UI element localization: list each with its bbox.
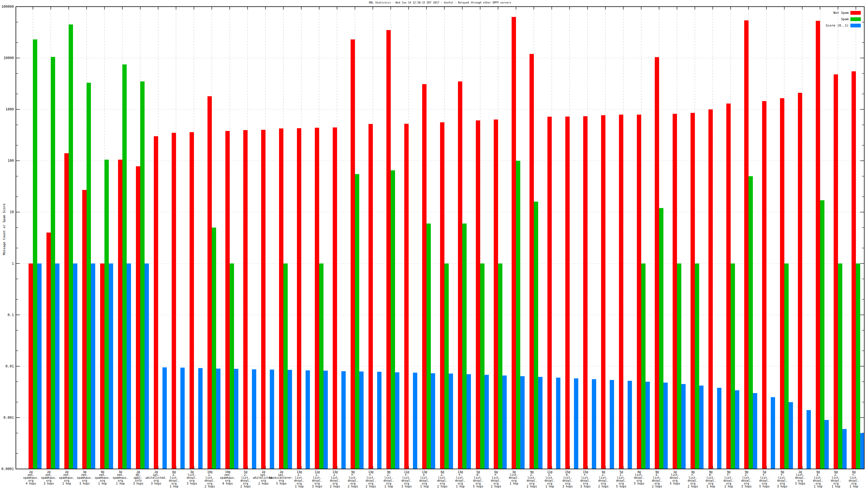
bar-spam-19 <box>355 174 359 469</box>
x-category-label: 5 hops <box>759 485 770 488</box>
bar-score-0-1-30 <box>556 378 560 469</box>
x-category-label: 2 hops <box>330 485 340 488</box>
bar-spam-12 <box>230 264 234 469</box>
bar-not-spam-8 <box>154 136 158 469</box>
x-category-label: 2 hops <box>598 485 609 488</box>
bar-score-0-1-1 <box>37 264 41 469</box>
bar-spam-28 <box>516 161 520 469</box>
x-category-label: 2 hops <box>527 485 537 488</box>
bar-score-0-1-25 <box>467 374 471 469</box>
x-category-label: 1 hop <box>546 485 554 488</box>
bar-spam-41 <box>748 176 753 469</box>
x-category-label: 1 hop <box>706 485 715 488</box>
bar-spam-26 <box>480 264 485 469</box>
bar-score-0-1-2 <box>55 264 59 469</box>
bar-not-spam-21 <box>386 30 391 469</box>
x-category-label: 2 hops <box>258 482 269 485</box>
x-category-label: 5 hops <box>670 482 680 485</box>
bar-score-0-1-41 <box>753 393 757 469</box>
bar-score-0-1-18 <box>341 371 346 469</box>
x-category-label: 3 hops <box>580 485 591 488</box>
bar-score-0-1-46 <box>842 429 847 469</box>
bar-not-spam-15 <box>279 128 283 469</box>
bar-score-0-1-6 <box>127 264 131 469</box>
bar-score-0-1-14 <box>270 369 274 469</box>
y-tick-label: 0.0001 <box>1 467 14 471</box>
x-category-label: 1 hop <box>724 485 733 488</box>
bar-not-spam-42 <box>762 101 767 469</box>
x-category-label: 1 hop <box>420 485 429 488</box>
bar-spam-5 <box>104 160 109 469</box>
x-category-label: 3 hops <box>777 485 787 488</box>
bar-not-spam-40 <box>726 103 731 469</box>
bar-spam-29 <box>534 202 538 469</box>
bar-score-0-1-42 <box>771 397 775 469</box>
x-category-label: 1 hop <box>456 485 465 488</box>
bar-score-0-1-26 <box>485 375 489 469</box>
bar-score-0-1-4 <box>91 264 95 469</box>
bar-not-spam-23 <box>422 84 427 469</box>
bar-spam-38 <box>695 264 699 469</box>
x-category-label: 5 hops <box>616 485 626 488</box>
bar-not-spam-9 <box>172 133 176 469</box>
y-tick-label: 0.001 <box>3 416 14 420</box>
bar-not-spam-26 <box>476 120 480 469</box>
bar-score-0-1-29 <box>538 377 542 469</box>
x-category-label: 2 hops <box>366 485 376 488</box>
bar-not-spam-46 <box>834 74 838 469</box>
bar-spam-1 <box>33 39 37 469</box>
y-tick-label: 100000 <box>1 5 14 9</box>
x-category-label: 1 hop <box>170 485 178 488</box>
bar-not-spam-44 <box>798 93 802 469</box>
x-category-label: 1 hop <box>98 482 107 485</box>
bar-not-spam-32 <box>583 116 588 469</box>
bar-spam-45 <box>820 200 825 469</box>
bar-score-0-1-40 <box>735 390 739 469</box>
x-category-label: 5 hops <box>634 482 644 485</box>
x-category-label: 2 hops <box>348 485 358 488</box>
x-category-label: 3 hops <box>133 482 144 485</box>
bar-score-0-1-39 <box>717 388 721 469</box>
bar-spam-21 <box>391 170 395 469</box>
bar-not-spam-13 <box>243 130 248 469</box>
legend-label-spam: Spam <box>841 17 849 21</box>
x-category-label: 4 hops <box>26 482 36 485</box>
bar-not-spam-11 <box>208 96 212 469</box>
bar-score-0-1-32 <box>592 379 596 469</box>
x-category-label: 5 hops <box>276 482 286 485</box>
x-category-label: 5 hops <box>473 485 483 488</box>
legend-row-spam: Spam <box>826 17 861 21</box>
bar-not-spam-43 <box>780 98 784 469</box>
bar-score-0-1-24 <box>449 373 453 469</box>
bar-not-spam-25 <box>458 82 462 469</box>
x-category-label: 1 hop <box>116 482 125 485</box>
x-category-label: 1 hop <box>814 485 823 488</box>
x-category-label: 3 hops <box>795 482 805 485</box>
legend-swatch-score <box>850 24 861 27</box>
y-tick-label: 0.1 <box>7 313 14 317</box>
x-category-label: 3 hops <box>187 482 197 485</box>
bar-score-0-1-31 <box>574 379 578 469</box>
x-category-label: 6 hops <box>222 482 233 485</box>
bar-not-spam-34 <box>619 115 623 469</box>
bar-not-spam-17 <box>315 128 319 469</box>
bar-spam-23 <box>427 224 431 469</box>
x-category-label: 2 hops <box>437 485 447 488</box>
bar-not-spam-3 <box>64 153 69 469</box>
x-category-label: 3 hops <box>151 482 161 485</box>
bar-spam-35 <box>641 264 646 469</box>
bar-not-spam-33 <box>601 115 606 469</box>
bar-score-0-1-44 <box>807 410 811 469</box>
bar-score-0-1-8 <box>162 367 167 469</box>
bar-score-0-1-47 <box>860 433 865 469</box>
bar-score-0-1-10 <box>198 368 203 469</box>
x-category-label: 2 hops <box>240 485 251 488</box>
y-tick-label: 0.01 <box>5 364 14 368</box>
y-tick-label: 10000 <box>3 56 14 60</box>
y-tick-label: 1 <box>12 262 14 266</box>
bar-score-0-1-13 <box>252 369 256 469</box>
bar-score-0-1-19 <box>359 371 364 469</box>
bar-score-0-1-27 <box>502 376 507 469</box>
legend: Not Spam Spam Score (0..1) <box>826 11 861 30</box>
bar-not-spam-20 <box>369 124 373 469</box>
